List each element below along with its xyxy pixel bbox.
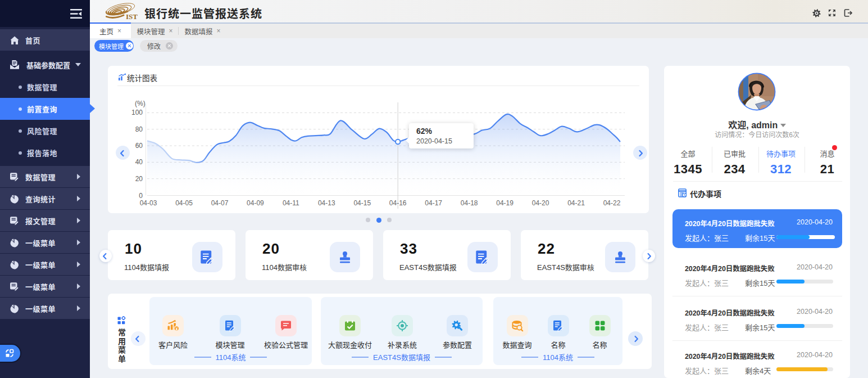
- svg-text:04-17: 04-17: [425, 199, 442, 207]
- svg-text:04-09: 04-09: [247, 199, 264, 207]
- svg-text:(%): (%): [135, 100, 146, 107]
- svg-text:04-22: 04-22: [603, 199, 621, 207]
- svg-text:IST: IST: [126, 12, 138, 21]
- svg-text:04-07: 04-07: [211, 199, 229, 207]
- svg-text:04-11: 04-11: [283, 199, 299, 207]
- svg-text:04-20: 04-20: [532, 199, 549, 207]
- svg-text:04-18: 04-18: [461, 199, 478, 207]
- svg-text:04-05: 04-05: [175, 199, 193, 207]
- svg-text:0: 0: [139, 192, 143, 200]
- svg-text:04-15: 04-15: [353, 199, 371, 207]
- svg-text:04-03: 04-03: [140, 199, 157, 207]
- svg-text:04-13: 04-13: [318, 199, 335, 207]
- svg-text:40: 40: [135, 158, 143, 166]
- svg-text:04-21: 04-21: [567, 199, 585, 207]
- svg-text:60: 60: [135, 142, 143, 150]
- svg-text:20: 20: [135, 175, 143, 183]
- svg-text:80: 80: [135, 125, 143, 133]
- svg-text:04-16: 04-16: [389, 199, 407, 207]
- svg-text:100: 100: [131, 109, 143, 116]
- svg-text:04-19: 04-19: [496, 199, 513, 207]
